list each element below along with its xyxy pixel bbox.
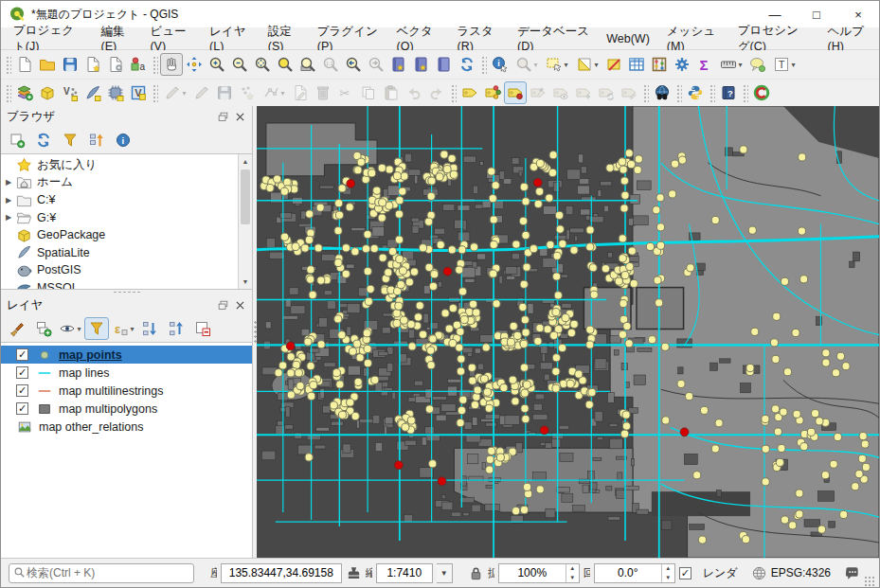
toolbar-handle[interactable] (5, 83, 11, 102)
layer-checkbox[interactable]: ✓ (16, 366, 28, 379)
rotation-input[interactable] (595, 566, 661, 579)
dropdown-icon[interactable]: ▾ (738, 61, 742, 69)
magnifier-spinner[interactable]: ▲▼ (566, 564, 579, 582)
dropdown-icon[interactable]: ▾ (280, 89, 284, 98)
layer-checkbox[interactable]: ✓ (16, 402, 28, 415)
browser-item-C:¥[interactable]: ▶C:¥ (1, 191, 238, 209)
menu-item-9[interactable]: Web(W) (598, 29, 658, 48)
new-print-layout-button[interactable] (81, 53, 104, 76)
python-console-button[interactable] (684, 81, 707, 104)
new-spatialite-layer-button[interactable] (81, 81, 104, 104)
zoom-full-button[interactable] (251, 53, 274, 76)
browser-item-ホーム[interactable]: ▶ホーム (1, 174, 238, 192)
save-project-button[interactable] (59, 53, 81, 76)
layer-diagram-options-button[interactable] (481, 81, 504, 104)
layers-close-button[interactable] (231, 297, 248, 312)
refresh-map-button[interactable] (456, 53, 478, 76)
metasearch-button[interactable] (651, 81, 673, 104)
pan-map-button[interactable] (160, 53, 183, 76)
new-bookmark-button[interactable] (387, 53, 410, 76)
layout-manager-button[interactable] (104, 53, 127, 76)
search-input[interactable] (27, 566, 189, 579)
properties-widget-button[interactable]: i (111, 129, 135, 151)
layer-checkbox[interactable]: ✓ (16, 348, 28, 361)
manage-map-themes-button[interactable]: ▾ (58, 317, 82, 340)
show-bookmarks-button[interactable] (410, 53, 433, 76)
scroll-up-icon[interactable]: ▲ (239, 154, 252, 169)
collapse-all-browser-button[interactable] (84, 129, 109, 151)
select-by-expression-button[interactable]: ▾ (572, 53, 602, 76)
open-layer-styling-button[interactable] (5, 317, 29, 340)
processing-toolbox-button[interactable] (671, 53, 693, 76)
new-project-button[interactable] (13, 53, 36, 76)
open-attribute-table-button[interactable] (625, 53, 648, 76)
lock-icon[interactable] (468, 565, 484, 581)
browser-item-G:¥[interactable]: ▶G:¥ (1, 209, 238, 227)
remove-layer-button[interactable] (190, 317, 215, 340)
coordinate-box[interactable] (221, 563, 342, 583)
filter-by-expression-button[interactable]: ε▾ (111, 317, 135, 340)
toolbar-handle[interactable] (742, 83, 748, 102)
search-box[interactable] (9, 563, 194, 583)
data-source-manager-button[interactable] (13, 81, 36, 104)
identify-features-button[interactable]: i (489, 53, 512, 76)
new-memory-layer-button[interactable] (104, 81, 127, 104)
new-virtual-layer-button[interactable]: V (127, 81, 150, 104)
add-selected-layers-button[interactable] (5, 129, 29, 151)
coordinate-input[interactable] (222, 566, 341, 579)
dropdown-icon[interactable]: ▾ (77, 325, 81, 333)
crs-status[interactable]: EPSG:4326 (751, 565, 831, 581)
extents-icon[interactable] (346, 565, 362, 581)
toolbar-handle[interactable] (480, 55, 487, 74)
show-statistical-summary-button[interactable]: Σ (693, 53, 716, 76)
expander-icon[interactable]: ▶ (1, 178, 16, 187)
layer-row-map-multipolygons[interactable]: ✓map multipolygons (1, 400, 252, 418)
dropdown-icon[interactable]: ▾ (130, 325, 134, 333)
browser-close-button[interactable] (231, 109, 248, 124)
dropdown-icon[interactable]: ▾ (533, 61, 537, 69)
layer-row-map-lines[interactable]: ✓map lines (1, 364, 252, 382)
zoom-to-selection-button[interactable] (274, 53, 296, 76)
scroll-thumb[interactable] (241, 169, 250, 224)
browser-item-SpatiaLite[interactable]: SpatiaLite (1, 244, 238, 262)
magnifier-input[interactable] (499, 566, 566, 579)
refresh-browser-button[interactable] (31, 129, 56, 151)
toolbar-handle[interactable] (709, 83, 715, 102)
dropdown-icon[interactable]: ▾ (564, 61, 567, 69)
filter-browser-button[interactable] (58, 129, 82, 151)
zoom-to-layer-button[interactable] (296, 53, 319, 76)
statistics-panel-button[interactable] (648, 53, 671, 76)
measure-button[interactable]: ▾ (716, 53, 746, 76)
text-annotation-button[interactable]: T▾ (769, 53, 799, 76)
osm-place-search-button[interactable] (750, 81, 773, 104)
zoom-out-button[interactable] (228, 53, 251, 76)
browser-item-PostGIS[interactable]: PostGIS (1, 261, 238, 279)
browser-scrollbar[interactable]: ▲ ▼ (238, 154, 252, 289)
scale-input[interactable] (377, 566, 432, 579)
render-check-icon[interactable]: ✓ (679, 567, 691, 579)
open-project-button[interactable] (36, 53, 59, 76)
select-features-button[interactable]: ▾ (542, 53, 572, 76)
render-checkbox[interactable]: ✓ レンダ (679, 565, 738, 581)
browser-float-button[interactable] (214, 109, 231, 124)
filter-legend-button[interactable] (84, 317, 109, 340)
expander-icon[interactable]: ▶ (1, 196, 16, 205)
toolbar-handle[interactable] (450, 83, 457, 102)
messages-icon[interactable] (844, 565, 860, 581)
labeling-toolbar-active-button[interactable] (504, 81, 527, 104)
map-canvas[interactable] (257, 106, 879, 558)
zoom-last-button[interactable] (342, 53, 365, 76)
dropdown-icon[interactable]: ▾ (791, 61, 795, 69)
resize-grip[interactable] (864, 576, 875, 587)
expand-all-layers-button[interactable] (137, 317, 162, 340)
expander-icon[interactable]: ▶ (1, 213, 16, 222)
layer-row-map-points[interactable]: ✓map points (1, 346, 252, 364)
scale-box[interactable] (376, 563, 433, 583)
help-contents-button[interactable]: ? (717, 81, 740, 104)
magnifier-box[interactable]: ▲▼ (498, 563, 580, 583)
layer-checkbox[interactable]: ✓ (16, 384, 28, 397)
deselect-features-button[interactable] (602, 53, 625, 76)
browser-item-GeoPackage[interactable]: GeoPackage (1, 226, 238, 244)
browser-item-お気に入り[interactable]: お気に入り (1, 156, 238, 174)
layer-row-map-multilinestrings[interactable]: ✓map multilinestrings (1, 382, 252, 400)
